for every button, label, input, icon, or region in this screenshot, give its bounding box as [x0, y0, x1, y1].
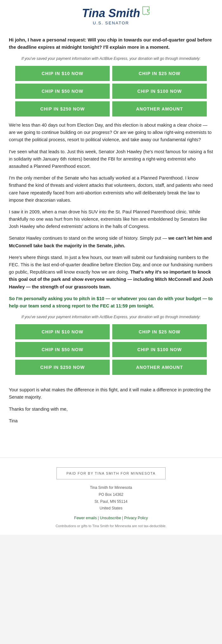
svg-point-0 [147, 9, 148, 10]
body-para-3: I'm the only member of the Senate who ha… [9, 174, 213, 204]
logo-name: Tina Smith [82, 8, 140, 19]
footer-country: United States [6, 505, 216, 512]
donate-50-btn-1[interactable]: CHIP IN $50 NOW [15, 84, 110, 99]
body-para-5: Senator Hawley continues to stand on the… [9, 235, 213, 249]
body-para-2: I've seen what that leads to. Just this … [9, 148, 213, 170]
donate-25-btn-1[interactable]: CHIP IN $25 NOW [112, 66, 207, 81]
closing-signature: Tina [9, 417, 213, 425]
donate-100-btn-2[interactable]: CHIP IN $100 NOW [112, 342, 207, 357]
unsubscribe-link[interactable]: Unsubscribe [100, 516, 121, 520]
donate-50-btn-2[interactable]: CHIP IN $50 NOW [15, 342, 110, 357]
donate-250-btn-1[interactable]: CHIP IN $250 NOW [15, 101, 110, 117]
intro-paragraph: Hi john, I have a personal request: Will… [9, 36, 213, 51]
actblue-note-2: If you've saved your payment information… [9, 314, 213, 320]
donation-grid-1: CHIP IN $10 NOW CHIP IN $25 NOW CHIP IN … [15, 66, 207, 117]
email-footer: PAID FOR BY TINA SMITH FOR MINNESOTA Tin… [0, 458, 222, 535]
footer-city-state: St. Paul, MN 55114 [6, 498, 216, 505]
body-para-4: I saw it in 2009, when a man drove his S… [9, 208, 213, 230]
email-content: Hi john, I have a personal request: Will… [0, 31, 222, 454]
donate-250-btn-2[interactable]: CHIP IN $250 NOW [15, 360, 110, 375]
footer-disclaimer: Contributions or gifts to Tina Smith for… [6, 523, 216, 529]
footer-address: Tina Smith for Minnesota PO Box 14362 St… [6, 484, 216, 512]
actblue-note-1: If you've saved your payment information… [9, 56, 213, 61]
donate-other-btn-2[interactable]: ANOTHER AMOUNT [112, 360, 207, 375]
donate-10-btn-2[interactable]: CHIP IN $10 NOW [15, 324, 110, 339]
closing-para-1: Your support is what makes the differenc… [9, 386, 213, 401]
privacy-policy-link[interactable]: Privacy Policy [124, 516, 148, 520]
donate-other-btn-1[interactable]: ANOTHER AMOUNT [112, 101, 207, 117]
paid-for-by-box: PAID FOR BY TINA SMITH FOR MINNESOTA [56, 467, 165, 480]
closing-thanks: Thanks for standing with me, [9, 406, 213, 413]
donate-100-btn-1[interactable]: CHIP IN $100 NOW [112, 84, 207, 99]
email-header: Tina Smith U.S. SENATOR [0, 0, 222, 31]
body-para-1: We're less than 40 days out from Electio… [9, 122, 213, 144]
footer-po-box: PO Box 14362 [6, 491, 216, 498]
fewer-emails-link[interactable]: Fewer emails [74, 516, 97, 520]
body-para-6: Here's where things stand. In just a few… [9, 254, 213, 291]
footer-links: Fewer emails | Unsubscribe | Privacy Pol… [6, 515, 216, 521]
donation-grid-2: CHIP IN $10 NOW CHIP IN $25 NOW CHIP IN … [15, 324, 207, 375]
footer-org-name: Tina Smith for Minnesota [6, 484, 216, 491]
logo-subtitle: U.S. SENATOR [82, 20, 140, 26]
mn-state-icon [141, 6, 150, 15]
donate-10-btn-1[interactable]: CHIP IN $10 NOW [15, 66, 110, 81]
logo-container: Tina Smith U.S. SENATOR [82, 8, 140, 26]
donate-25-btn-2[interactable]: CHIP IN $25 NOW [112, 324, 207, 339]
cta-link[interactable]: So I'm personally asking you to pitch in… [9, 295, 213, 310]
email-wrapper: Tina Smith U.S. SENATOR Hi john, I have … [0, 0, 222, 535]
